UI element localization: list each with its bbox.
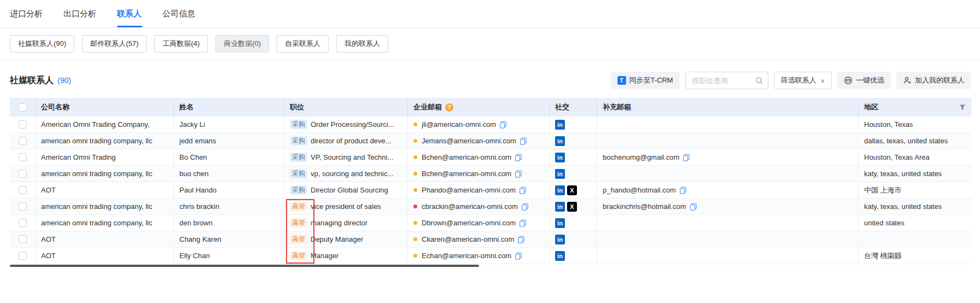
copy-icon[interactable]: [515, 170, 522, 178]
copy-icon[interactable]: [519, 187, 527, 194]
contact-name: Paul Hando: [179, 186, 217, 194]
filter-funnel-icon[interactable]: [959, 104, 966, 110]
position-tag: 采购: [290, 136, 307, 145]
filter-button-business-registry[interactable]: 工商数据(4): [154, 35, 208, 53]
email-status-dot: [413, 139, 417, 143]
linkedin-icon[interactable]: in: [555, 251, 565, 261]
company-name: american omni trading company, llc: [41, 202, 153, 211]
help-icon[interactable]: ?: [445, 103, 453, 112]
tcrm-logo-icon: T: [617, 76, 626, 85]
email-status-dot: [413, 188, 417, 192]
row-checkbox[interactable]: [19, 235, 27, 243]
row-checkbox[interactable]: [19, 202, 27, 211]
sync-to-tcrm-button[interactable]: T 同步至T-CRM: [611, 72, 680, 89]
filter-button-commercial-data[interactable]: 商业数据(0): [215, 35, 269, 53]
corporate-email: cbrackin@american-omni.com: [422, 202, 518, 211]
table-body: American Omni Trading Company,Jacky Li采购…: [10, 116, 971, 264]
position-tag: 采购: [290, 169, 307, 178]
region-text: katy, texas, united states: [864, 170, 942, 178]
filter-contacts-dropdown[interactable]: 筛选联系人 ∨: [774, 72, 832, 89]
copy-icon[interactable]: [690, 203, 697, 211]
tab-export-analysis[interactable]: 出口分析: [63, 0, 96, 27]
row-checkbox[interactable]: [19, 219, 27, 227]
horizontal-scrollbar-thumb[interactable]: [10, 265, 479, 267]
company-name: AOT: [41, 252, 56, 260]
contact-name: den brown: [179, 219, 213, 227]
region-text: Houston, Texas: [864, 120, 913, 129]
corporate-email: Dbrown@american-omni.com: [422, 219, 516, 227]
filter-button-self-collected-contacts[interactable]: 自采联系人: [277, 35, 329, 53]
filter-button-social-contacts[interactable]: 社媒联系人(90): [10, 35, 74, 53]
add-to-my-contacts-button[interactable]: 加入我的联系人: [896, 72, 971, 89]
tab-company-info[interactable]: 公司信息: [162, 0, 195, 27]
contact-name: Bo Chen: [179, 153, 207, 161]
x-icon[interactable]: X: [567, 202, 577, 212]
row-checkbox[interactable]: [19, 120, 27, 129]
tab-contacts[interactable]: 联系人: [117, 0, 142, 27]
social-icons: inX: [550, 182, 597, 198]
region-text: Houston, Texas Area: [864, 153, 930, 161]
copy-icon[interactable]: [499, 121, 507, 129]
filter-button-email-contacts[interactable]: 邮件联系人(57): [82, 35, 147, 53]
linkedin-icon[interactable]: in: [555, 153, 565, 162]
position-text: vice president of sales: [311, 202, 381, 211]
linkedin-icon[interactable]: in: [555, 120, 565, 130]
email-status-dot: [413, 123, 417, 126]
table-row: american omni trading company, llcjedd e…: [10, 133, 971, 149]
copy-icon[interactable]: [519, 219, 527, 227]
row-checkbox[interactable]: [19, 170, 27, 178]
linkedin-icon[interactable]: in: [555, 136, 565, 146]
position-text: Deputy Manager: [311, 235, 363, 243]
region-text: 台灣 桃園縣: [864, 251, 902, 261]
table-row: american omni trading company, llcden br…: [10, 215, 971, 231]
copy-icon[interactable]: [515, 252, 522, 260]
col-header-position: 职位: [284, 98, 408, 116]
corporate-email: Ckaren@american-omni.com: [422, 235, 514, 243]
linkedin-icon[interactable]: in: [555, 235, 565, 244]
x-icon[interactable]: X: [567, 185, 577, 195]
table-row: AOTPaul Hando采购Director Global SourcingP…: [10, 182, 971, 199]
region-text: katy, texas, united states: [864, 202, 942, 211]
linkedin-icon[interactable]: in: [555, 185, 565, 195]
extra-email-cell: bochenumg@gmail.com: [597, 149, 859, 165]
social-icons: in: [550, 116, 597, 132]
copy-icon[interactable]: [515, 154, 522, 161]
row-checkbox[interactable]: [19, 186, 27, 194]
person-plus-icon: [903, 76, 912, 85]
corporate-email: Echan@american-omni.com: [422, 252, 511, 260]
company-name: american omni trading company, llc: [41, 170, 153, 178]
position-search-input[interactable]: [691, 76, 755, 85]
row-checkbox[interactable]: [19, 252, 27, 260]
copy-icon[interactable]: [517, 236, 525, 243]
col-header-name: 姓名: [174, 98, 284, 116]
linkedin-icon[interactable]: in: [555, 202, 565, 212]
linkedin-icon[interactable]: in: [555, 218, 565, 228]
row-checkbox[interactable]: [19, 137, 27, 145]
col-header-company: 公司名称: [36, 98, 174, 116]
extra-email-cell: [597, 248, 859, 264]
filter-button-my-contacts[interactable]: 我的联系人: [336, 35, 388, 53]
copy-icon[interactable]: [679, 187, 687, 194]
position-tag: 高管: [290, 235, 307, 244]
row-checkbox[interactable]: [19, 153, 27, 161]
search-icon: [755, 77, 763, 85]
contact-source-filters: 社媒联系人(90)邮件联系人(57)工商数据(4)商业数据(0)自采联系人我的联…: [0, 28, 980, 61]
copy-icon[interactable]: [520, 137, 527, 145]
tab-import-analysis[interactable]: 进口分析: [10, 0, 43, 27]
position-tag: 高管: [290, 251, 307, 260]
copy-icon[interactable]: [521, 203, 529, 211]
position-text: Manager: [311, 252, 339, 260]
col-header-region: 地区: [859, 98, 971, 116]
contact-name: jedd emans: [179, 137, 216, 145]
company-name: American Omni Trading: [41, 153, 116, 161]
extra-email-cell: [597, 215, 859, 231]
extra-email-cell: [597, 133, 859, 149]
linkedin-icon[interactable]: in: [555, 169, 565, 179]
one-click-optimize-button[interactable]: 一键优选: [837, 72, 891, 89]
toolbar: T 同步至T-CRM 筛选联系人 ∨ 一键优选 加入我的联系人: [611, 72, 972, 89]
position-tag: 高管: [290, 202, 307, 211]
select-all-checkbox[interactable]: [19, 103, 27, 112]
copy-icon[interactable]: [682, 154, 690, 161]
position-tag: 采购: [290, 185, 307, 195]
position-search: [685, 72, 768, 89]
